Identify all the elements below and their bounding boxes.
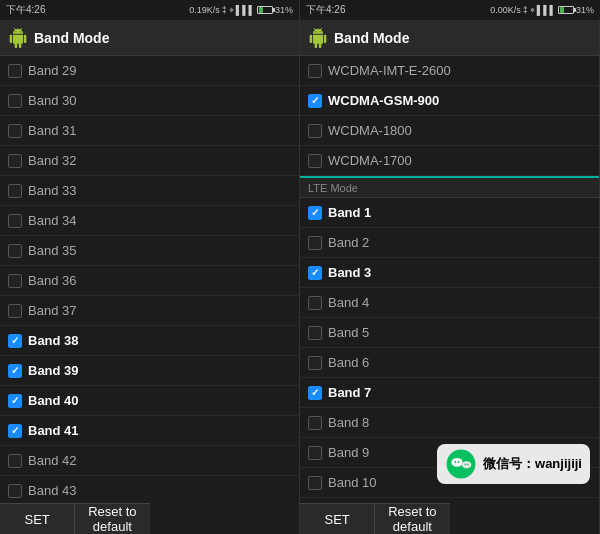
status-bar-right: 下午4:26 0.00K/s ‡ ⌖ ▌▌▌ 31% — [300, 0, 600, 20]
checkbox[interactable]: ✓ — [8, 394, 22, 408]
battery-left — [257, 6, 273, 14]
list-item[interactable]: ✓Band 1 — [300, 198, 599, 228]
list-item[interactable]: Band 34 — [0, 206, 299, 236]
item-label: Band 32 — [28, 153, 76, 168]
svg-point-1 — [451, 458, 462, 467]
item-label: Band 7 — [328, 385, 371, 400]
checkbox[interactable] — [308, 154, 322, 168]
item-label: Band 5 — [328, 325, 369, 340]
checkbox[interactable] — [8, 304, 22, 318]
checkbox[interactable] — [8, 154, 22, 168]
item-label: WCDMA-1800 — [328, 123, 412, 138]
list-item[interactable]: Band 29 — [0, 56, 299, 86]
svg-point-4 — [458, 461, 460, 463]
list-item[interactable]: WCDMA-1700 — [300, 146, 599, 176]
left-list-area[interactable]: Band 29Band 30Band 31Band 32Band 33Band … — [0, 56, 299, 503]
item-label: Band 31 — [28, 123, 76, 138]
list-item[interactable]: WCDMA-1800 — [300, 116, 599, 146]
left-bottom-bar: SET Reset to default — [0, 503, 150, 534]
item-label: Band 4 — [328, 295, 369, 310]
list-item[interactable]: Band 30 — [0, 86, 299, 116]
list-item[interactable]: Band 4 — [300, 288, 599, 318]
android-icon-right — [308, 28, 328, 48]
item-label: Band 35 — [28, 243, 76, 258]
right-bottom-bar: SET Reset to default — [300, 503, 450, 534]
battery-pct-left: 31% — [275, 5, 293, 15]
checkbox[interactable] — [8, 94, 22, 108]
speed-right: 0.00K/s — [490, 5, 521, 15]
left-reset-button[interactable]: Reset to default — [75, 503, 149, 534]
checkbox[interactable] — [308, 124, 322, 138]
item-label: Band 8 — [328, 415, 369, 430]
list-item[interactable]: ✓Band 3 — [300, 258, 599, 288]
item-label: Band 38 — [28, 333, 79, 348]
checkbox[interactable] — [308, 356, 322, 370]
checkbox[interactable]: ✓ — [308, 206, 322, 220]
left-set-button[interactable]: SET — [0, 503, 75, 534]
svg-point-3 — [454, 461, 456, 463]
checkbox[interactable] — [8, 214, 22, 228]
bt-icon-right: ‡ — [523, 5, 528, 15]
checkbox[interactable] — [308, 296, 322, 310]
item-label: WCDMA-GSM-900 — [328, 93, 439, 108]
checkbox[interactable] — [308, 416, 322, 430]
item-label: Band 39 — [28, 363, 79, 378]
right-list-area[interactable]: WCDMA-IMT-E-2600✓WCDMA-GSM-900WCDMA-1800… — [300, 56, 599, 503]
checkbox[interactable]: ✓ — [308, 386, 322, 400]
checkbox[interactable] — [8, 244, 22, 258]
list-item[interactable]: ✓Band 40 — [0, 386, 299, 416]
checkbox[interactable] — [308, 476, 322, 490]
checkbox[interactable]: ✓ — [308, 94, 322, 108]
checkbox[interactable] — [8, 184, 22, 198]
list-item[interactable]: Band 35 — [0, 236, 299, 266]
list-item[interactable]: ✓Band 7 — [300, 378, 599, 408]
checkbox[interactable] — [308, 236, 322, 250]
checkbox[interactable]: ✓ — [8, 334, 22, 348]
list-item[interactable]: Band 42 — [0, 446, 299, 476]
list-item[interactable]: Band 8 — [300, 408, 599, 438]
item-label: Band 41 — [28, 423, 79, 438]
right-set-button[interactable]: SET — [300, 503, 375, 534]
list-item[interactable]: ✓WCDMA-GSM-900 — [300, 86, 599, 116]
checkbox[interactable] — [8, 64, 22, 78]
list-item[interactable]: Band 36 — [0, 266, 299, 296]
list-item[interactable]: Band 5 — [300, 318, 599, 348]
left-panel-header: Band Mode — [0, 20, 299, 56]
list-item[interactable]: Band 32 — [0, 146, 299, 176]
checkbox[interactable] — [308, 446, 322, 460]
checkbox[interactable]: ✓ — [308, 266, 322, 280]
left-panel: Band Mode Band 29Band 30Band 31Band 32Ba… — [0, 20, 300, 534]
list-item[interactable]: Band 37 — [0, 296, 299, 326]
list-item[interactable]: WCDMA-IMT-E-2600 — [300, 56, 599, 86]
checkbox[interactable] — [308, 326, 322, 340]
checkbox[interactable] — [8, 274, 22, 288]
checkbox[interactable] — [308, 64, 322, 78]
watermark-text: 微信号：wanjijiji — [483, 455, 582, 473]
checkbox[interactable]: ✓ — [8, 364, 22, 378]
list-item[interactable]: Band 31 — [0, 116, 299, 146]
checkbox[interactable] — [8, 484, 22, 498]
list-item[interactable]: Band 43 — [0, 476, 299, 503]
item-label: Band 2 — [328, 235, 369, 250]
list-item[interactable]: Band 33 — [0, 176, 299, 206]
list-item[interactable]: ✓Band 38 — [0, 326, 299, 356]
item-label: Band 3 — [328, 265, 371, 280]
main-panels: Band Mode Band 29Band 30Band 31Band 32Ba… — [0, 20, 600, 534]
list-item[interactable]: ✓Band 39 — [0, 356, 299, 386]
speed-left: 0.19K/s — [189, 5, 220, 15]
checkbox[interactable] — [8, 454, 22, 468]
svg-point-6 — [467, 464, 469, 466]
wechat-icon — [445, 448, 477, 480]
list-item[interactable]: ✓Band 41 — [0, 416, 299, 446]
right-reset-button[interactable]: Reset to default — [375, 503, 449, 534]
right-panel-header: Band Mode — [300, 20, 599, 56]
checkbox[interactable] — [8, 124, 22, 138]
list-item[interactable]: Band 6 — [300, 348, 599, 378]
checkbox[interactable]: ✓ — [8, 424, 22, 438]
item-label: Band 36 — [28, 273, 76, 288]
svg-point-2 — [462, 461, 472, 468]
list-item[interactable]: Band 2 — [300, 228, 599, 258]
item-label: Band 6 — [328, 355, 369, 370]
item-label: Band 29 — [28, 63, 76, 78]
time-left: 下午4:26 — [6, 3, 45, 17]
